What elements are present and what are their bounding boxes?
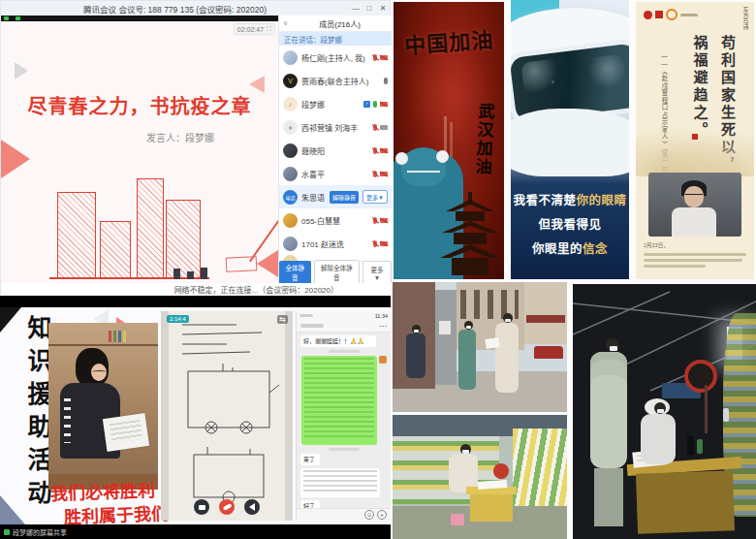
- goggle-fog-right: [581, 53, 627, 91]
- member-row[interactable]: 055-白慧慧: [279, 208, 392, 232]
- avatar: V: [283, 74, 298, 88]
- camera-off-icon[interactable]: [380, 148, 388, 153]
- more-footer-button[interactable]: 更多 ▼: [362, 261, 392, 284]
- meeting-titlebar[interactable]: 腾讯会议 会议号: 188 779 135 (会议密码: 202020) — □…: [1, 1, 390, 16]
- member-row[interactable]: 水喜平: [279, 162, 392, 185]
- spray-bottle: [723, 408, 729, 422]
- mic-muted-icon[interactable]: [373, 240, 377, 247]
- member-row[interactable]: ♦ 西祁营镇 刘海丰: [279, 115, 392, 139]
- camera-icon[interactable]: [380, 125, 388, 130]
- notice-sign: [439, 321, 451, 334]
- brand-logo-orange-ring: [666, 9, 677, 20]
- members-count: 成员(216人): [288, 18, 392, 29]
- person3-coat: [495, 323, 519, 393]
- avatar: [283, 167, 298, 181]
- face-mask: [657, 409, 664, 413]
- papers: [485, 337, 499, 349]
- sleeve-stripes: [64, 398, 71, 443]
- chat-more-icon[interactable]: ⋯: [379, 322, 387, 331]
- fan-stand: [705, 385, 708, 433]
- fullscreen-icon[interactable]: ⛶: [267, 25, 271, 33]
- hangup-button[interactable]: [219, 499, 235, 515]
- camera-toggle-button[interactable]: [194, 499, 209, 515]
- phone-avatar: 电话: [283, 190, 298, 205]
- camera-off-icon[interactable]: [380, 218, 388, 223]
- mic-muted-icon[interactable]: [373, 54, 377, 61]
- mic-on-icon[interactable]: [373, 101, 377, 108]
- desk-body: [470, 494, 513, 522]
- close-button[interactable]: ✕: [376, 4, 390, 13]
- unmute-button[interactable]: 解除静音: [330, 191, 359, 204]
- maximize-button[interactable]: □: [362, 4, 376, 13]
- emoji-icon[interactable]: ☺: [364, 510, 374, 520]
- camera-flip-icon[interactable]: ⇆: [277, 315, 288, 324]
- mic-icon[interactable]: [384, 78, 388, 84]
- member-row[interactable]: 聂晓阳: [279, 139, 392, 162]
- chat-title-skeleton: [300, 324, 324, 328]
- camera-icon: [199, 505, 205, 510]
- chat-bubble-short: 来了: [300, 454, 320, 465]
- camera-off-icon[interactable]: [380, 241, 388, 246]
- sketch-building-2: [100, 221, 131, 279]
- timestamp-skeleton: [329, 448, 360, 451]
- sketch-building-3: [137, 178, 164, 279]
- avatar: [379, 356, 387, 364]
- members-panel: ∨ 成员(216人) 正在讲话：段梦娜 杨仁刚(主持人, 我) V 贾雨春(联合…: [278, 16, 392, 283]
- chat-bubble-green-long: [301, 356, 377, 445]
- yellow-crane-tower: [440, 186, 500, 275]
- collapse-icon[interactable]: ∨: [279, 19, 288, 27]
- mic-muted-icon[interactable]: [373, 124, 377, 131]
- goggle-fog-left: [520, 57, 567, 95]
- call-duration-badge: 2:14:4: [167, 315, 189, 323]
- stream-top-strip: [1, 16, 278, 21]
- unmute-all-button[interactable]: 解除全体静音: [314, 260, 360, 286]
- member-row[interactable]: 1701 赵迷迭: [279, 232, 392, 255]
- photo-speaker-man: [648, 173, 741, 237]
- speaker-button[interactable]: [244, 499, 260, 515]
- glasses-icon: [92, 370, 107, 374]
- thermos-bottle: [687, 435, 694, 455]
- avatar: ♦: [283, 120, 298, 135]
- member-row[interactable]: V 贾雨春(联合主持人): [279, 69, 392, 92]
- plus-icon[interactable]: +: [377, 510, 387, 520]
- book-spine: [123, 331, 126, 342]
- members-panel-header: ∨ 成员(216人): [279, 16, 392, 32]
- avatar: ♪: [283, 97, 298, 111]
- poster-poem: 东方与诗 苟利国家生死以，岂因祸福避趋之。 ——《赴戍登程口占示家人》〔清〕林则…: [636, 2, 754, 279]
- chat-nav-bar: ⋯: [297, 320, 391, 333]
- brand-text-skeleton: [680, 14, 698, 16]
- member-row-selected[interactable]: 电话 朱思语 解除静音 更多▼: [279, 185, 392, 208]
- standing-woman-legs: [594, 468, 623, 526]
- screen-share-icon[interactable]: ↑: [363, 101, 370, 108]
- camera-off-icon[interactable]: [380, 172, 388, 176]
- poster-goggles: 我看不清楚你的眼睛 但我看得见 你眼里的信念: [511, 0, 629, 279]
- poster-text-block: 我看不清楚你的眼睛 但我看得见 你眼里的信念: [511, 190, 629, 257]
- mute-all-button[interactable]: 全体静音: [279, 261, 311, 285]
- mic-muted-icon[interactable]: [373, 171, 377, 177]
- more-button[interactable]: 更多▼: [362, 190, 388, 204]
- deco-triangle-salmon2: [257, 250, 278, 277]
- minimize-button[interactable]: —: [349, 4, 362, 13]
- collage: 腾讯会议 会议号: 188 779 135 (会议密码: 202020) — □…: [0, 0, 756, 539]
- chat-messages: 好，谢谢娃娃！！🙏🙏 来了 好了: [297, 333, 391, 521]
- chat-input-bar[interactable]: ☺ +: [297, 508, 391, 521]
- sketch-baseline: [49, 277, 209, 279]
- face-mask: [610, 346, 617, 351]
- face-mask: [466, 326, 471, 329]
- camera-off-icon[interactable]: [380, 102, 388, 107]
- network-status-bar: 网络不稳定，正在连接...（会议密码：202020）: [1, 283, 392, 296]
- city-icon-1: [173, 269, 180, 279]
- avatar: [283, 143, 298, 158]
- desk-front: [636, 470, 735, 533]
- member-row[interactable]: ♪ 段梦娜 ↑: [279, 92, 392, 115]
- mic-muted-icon[interactable]: [373, 217, 377, 224]
- mic-muted-icon[interactable]: [373, 147, 377, 154]
- red-seal: [692, 134, 698, 140]
- message-text-skeleton: [304, 358, 374, 439]
- member-row[interactable]: 杨仁刚(主持人, 我): [279, 46, 392, 69]
- avatar: [283, 213, 298, 228]
- camera-off-icon[interactable]: [380, 55, 388, 60]
- photo-checkpoint-day: [393, 415, 567, 539]
- chat-bubble-left: 好，谢谢娃娃！！🙏🙏: [300, 335, 376, 347]
- slide-title: 尽青春之力，书抗疫之章: [1, 91, 278, 119]
